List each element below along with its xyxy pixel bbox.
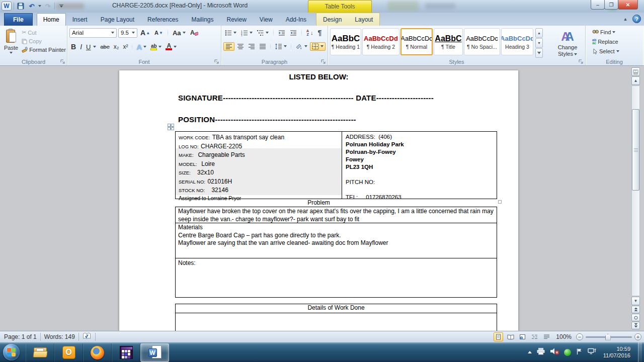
- zoom-slider[interactable]: [586, 336, 632, 338]
- align-right-button[interactable]: [247, 43, 257, 50]
- styles-dialog-launcher[interactable]: [579, 59, 584, 64]
- decrease-indent-button[interactable]: [277, 29, 287, 37]
- align-center-button[interactable]: [235, 43, 246, 50]
- font-color-button[interactable]: A: [164, 43, 178, 51]
- taskbar-explorer-button[interactable]: [26, 343, 54, 362]
- outline-view-button[interactable]: [530, 332, 539, 341]
- shrink-font-button[interactable]: A▼: [153, 29, 165, 36]
- tab-design[interactable]: Design: [316, 13, 348, 26]
- paste-button[interactable]: Paste: [2, 28, 20, 55]
- copy-button[interactable]: Copy: [20, 38, 67, 45]
- select-browse-object-button[interactable]: [631, 314, 640, 321]
- style-heading3[interactable]: AaBbCcDd Heading 3: [501, 28, 533, 55]
- web-layout-view-button[interactable]: [518, 332, 527, 341]
- show-hide-pilcrow-button[interactable]: ¶: [316, 28, 324, 37]
- proofing-status-icon[interactable]: [83, 332, 92, 341]
- styles-scroll-down[interactable]: ▼: [535, 38, 543, 48]
- scroll-up-arrow[interactable]: ▲: [631, 76, 640, 85]
- paragraph-dialog-launcher[interactable]: [321, 59, 326, 64]
- network-tray-icon[interactable]: [587, 347, 597, 357]
- restore-button[interactable]: ❐: [604, 0, 618, 10]
- taskbar-app-button[interactable]: [112, 343, 140, 362]
- zoom-in-button[interactable]: +: [634, 333, 641, 340]
- full-screen-reading-view-button[interactable]: [506, 332, 515, 341]
- tab-insert[interactable]: Insert: [66, 13, 94, 26]
- clear-formatting-button[interactable]: A: [189, 29, 200, 37]
- justify-button[interactable]: [258, 43, 268, 50]
- increase-indent-button[interactable]: [288, 29, 298, 37]
- problem-table[interactable]: Mayflower have broken the top cover on t…: [175, 207, 497, 298]
- zoom-level[interactable]: 100%: [556, 333, 572, 340]
- table-move-handle[interactable]: [168, 124, 174, 130]
- tab-references[interactable]: References: [141, 13, 185, 26]
- tab-view[interactable]: View: [253, 13, 279, 26]
- change-styles-button[interactable]: A A Change Styles: [554, 28, 581, 58]
- word-app-icon[interactable]: W: [2, 2, 12, 11]
- italic-button[interactable]: I: [78, 42, 84, 51]
- sort-button[interactable]: AZ ↓: [305, 29, 315, 37]
- scrollbar-thumb[interactable]: [632, 109, 639, 191]
- bold-button[interactable]: B: [69, 42, 77, 51]
- font-size-combo[interactable]: 9.5: [118, 28, 137, 38]
- ruler-toggle-button[interactable]: [631, 67, 640, 76]
- tab-add-ins[interactable]: Add-Ins: [279, 13, 313, 26]
- zoom-out-button[interactable]: −: [576, 333, 583, 340]
- find-button[interactable]: Find: [591, 29, 641, 36]
- print-layout-view-button[interactable]: [494, 332, 503, 341]
- select-button[interactable]: Select: [591, 48, 641, 55]
- minimize-ribbon-button[interactable]: ▲: [621, 15, 629, 23]
- underline-button[interactable]: U: [85, 43, 98, 51]
- status-tray-icon[interactable]: [564, 349, 571, 356]
- tab-mailings[interactable]: Mailings: [185, 13, 220, 26]
- scroll-down-arrow[interactable]: ▼: [631, 297, 640, 305]
- format-painter-button[interactable]: Format Painter: [20, 46, 67, 53]
- details-table[interactable]: Details of Work Done: [175, 304, 497, 331]
- borders-button[interactable]: [310, 42, 326, 51]
- zoom-slider-thumb[interactable]: [605, 334, 611, 340]
- job-info-table[interactable]: WORK CODE: TBA as transport say clean LO…: [175, 131, 497, 199]
- start-button[interactable]: [3, 344, 20, 360]
- shading-button[interactable]: [294, 43, 309, 50]
- tab-review[interactable]: Review: [220, 13, 253, 26]
- text-effects-button[interactable]: A: [135, 42, 148, 52]
- minimize-button[interactable]: –: [591, 0, 605, 10]
- document-page[interactable]: LISTED BELOW: SIGNATURE-----------------…: [119, 70, 518, 331]
- action-center-flag-icon[interactable]: [576, 348, 583, 357]
- line-spacing-button[interactable]: [273, 43, 288, 50]
- taskbar-clock[interactable]: 10:59 11/07/2016: [603, 346, 630, 359]
- style-heading1[interactable]: AaBbC ¶ Heading 1: [330, 28, 361, 55]
- font-name-combo[interactable]: Arial: [69, 28, 117, 38]
- previous-page-button[interactable]: [631, 306, 640, 313]
- tab-home[interactable]: Home: [37, 13, 66, 26]
- printer-tray-icon[interactable]: [536, 347, 545, 357]
- page-count[interactable]: Page: 1 of 1: [4, 333, 37, 340]
- taskbar-word-button[interactable]: W: [140, 343, 169, 362]
- tab-layout[interactable]: Layout: [348, 13, 379, 26]
- undo-button[interactable]: ↶: [27, 2, 36, 11]
- tray-expand-icon[interactable]: [528, 351, 532, 353]
- style-no-spacing[interactable]: AaBbCcDc ¶ No Spaci...: [464, 28, 500, 55]
- taskbar-firefox-button[interactable]: [83, 343, 112, 362]
- font-dialog-launcher[interactable]: [214, 59, 219, 64]
- strikethrough-button[interactable]: abe: [99, 43, 111, 50]
- subscript-button[interactable]: x₂: [112, 43, 121, 51]
- style-title[interactable]: AaBbC ¶ Title: [434, 28, 463, 55]
- bullets-button[interactable]: [223, 29, 238, 37]
- word-count[interactable]: Words: 149: [44, 333, 75, 340]
- clipboard-dialog-launcher[interactable]: [60, 59, 65, 64]
- tab-file[interactable]: File: [4, 13, 33, 26]
- multilevel-list-button[interactable]: [256, 29, 270, 37]
- next-page-button[interactable]: [631, 322, 640, 329]
- show-desktop-button[interactable]: [638, 342, 642, 362]
- redo-button[interactable]: ↷: [43, 2, 52, 11]
- tab-page-layout[interactable]: Page Layout: [94, 13, 141, 26]
- styles-scroll-up[interactable]: ▲: [535, 28, 543, 38]
- undo-dropdown[interactable]: [38, 5, 41, 7]
- numbering-button[interactable]: 123: [239, 29, 254, 37]
- styles-more-button[interactable]: ▼: [535, 48, 543, 58]
- cut-button[interactable]: ✂ Cut: [20, 29, 67, 36]
- style-normal[interactable]: AaBbCcDc ¶ Normal: [400, 28, 433, 55]
- draft-view-button[interactable]: [542, 332, 551, 341]
- grow-font-button[interactable]: A▲: [139, 28, 151, 37]
- volume-muted-tray-icon[interactable]: [550, 347, 559, 357]
